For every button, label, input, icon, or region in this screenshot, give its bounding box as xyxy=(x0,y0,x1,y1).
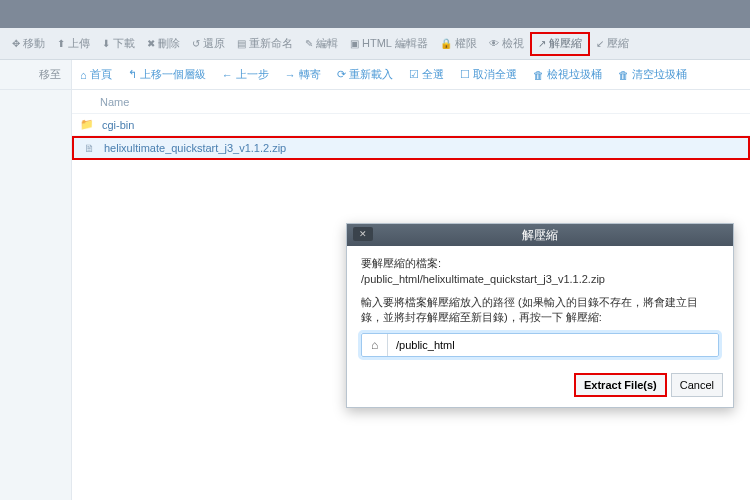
download-button[interactable]: ⬇下載 xyxy=(96,32,141,56)
close-icon[interactable]: ✕ xyxy=(353,227,373,241)
instruction-text: 輸入要將檔案解壓縮放入的路徑 (如果輸入的目錄不存在，將會建立目錄，並將封存解壓… xyxy=(361,295,719,325)
compress-icon: ↙ xyxy=(596,38,604,49)
window-titlebar xyxy=(0,0,750,28)
extract-icon: ↗ xyxy=(538,38,546,49)
restore-icon: ↺ xyxy=(192,38,200,49)
dialog-titlebar[interactable]: ✕ 解壓縮 xyxy=(347,224,733,246)
label: 權限 xyxy=(455,36,477,51)
forward-icon: → xyxy=(285,69,296,81)
move-icon: ✥ xyxy=(12,38,20,49)
eye-icon: 👁 xyxy=(489,38,499,49)
sidebar xyxy=(0,90,72,500)
label: HTML 編輯器 xyxy=(362,36,428,51)
forward-link[interactable]: →轉寄 xyxy=(277,60,329,89)
extract-button[interactable]: ↗解壓縮 xyxy=(530,32,590,56)
compress-button[interactable]: ↙壓縮 xyxy=(590,32,635,56)
up-level-link[interactable]: ↰上移一個層級 xyxy=(120,60,214,89)
download-icon: ⬇ xyxy=(102,38,110,49)
permissions-button[interactable]: 🔒權限 xyxy=(434,32,483,56)
lock-icon: 🔒 xyxy=(440,38,452,49)
label: 檢視 xyxy=(502,36,524,51)
label: 清空垃圾桶 xyxy=(632,67,687,82)
file-icon: 🗎 xyxy=(82,142,96,154)
view-button[interactable]: 👁檢視 xyxy=(483,32,530,56)
column-header-name[interactable]: Name xyxy=(72,90,750,114)
path-input-group: ⌂ xyxy=(361,333,719,357)
label: 壓縮 xyxy=(607,36,629,51)
select-all-link[interactable]: ☑全選 xyxy=(401,60,452,89)
upload-icon: ⬆ xyxy=(57,38,65,49)
home-link[interactable]: ⌂首頁 xyxy=(72,60,120,89)
label: 上傳 xyxy=(68,36,90,51)
rename-button[interactable]: ▤重新命名 xyxy=(231,32,299,56)
label: 首頁 xyxy=(90,67,112,82)
view-trash-link[interactable]: 🗑檢視垃圾桶 xyxy=(525,60,610,89)
reload-link[interactable]: ⟳重新載入 xyxy=(329,60,401,89)
extract-dialog: ✕ 解壓縮 要解壓縮的檔案: /public_html/helixultimat… xyxy=(346,223,734,408)
check-icon: ☑ xyxy=(409,68,419,81)
restore-button[interactable]: ↺還原 xyxy=(186,32,231,56)
label: 檢視垃圾桶 xyxy=(547,67,602,82)
table-row[interactable]: 📁 cgi-bin xyxy=(72,114,750,136)
folder-icon: 📁 xyxy=(80,118,94,131)
empty-trash-link[interactable]: 🗑清空垃圾桶 xyxy=(610,60,695,89)
home-icon: ⌂ xyxy=(80,69,87,81)
back-icon: ← xyxy=(222,69,233,81)
rename-icon: ▤ xyxy=(237,38,246,49)
trash-icon: 🗑 xyxy=(618,69,629,81)
file-name: helixultimate_quickstart_j3_v1.1.2.zip xyxy=(104,142,286,154)
label: 重新命名 xyxy=(249,36,293,51)
html-editor-button[interactable]: ▣HTML 編輯器 xyxy=(344,32,434,56)
reload-icon: ⟳ xyxy=(337,68,346,81)
label: 上移一個層級 xyxy=(140,67,206,82)
edit-icon: ✎ xyxy=(305,38,313,49)
file-path: /public_html/helixultimate_quickstart_j3… xyxy=(361,273,719,285)
upload-button[interactable]: ⬆上傳 xyxy=(51,32,96,56)
delete-icon: ✖ xyxy=(147,38,155,49)
prompt-line: 要解壓縮的檔案: xyxy=(361,256,719,271)
edit-button[interactable]: ✎編輯 xyxy=(299,32,344,56)
home-icon[interactable]: ⌂ xyxy=(362,334,388,356)
move-button[interactable]: ✥移動 xyxy=(6,32,51,56)
file-name: cgi-bin xyxy=(102,119,134,131)
label: 重新載入 xyxy=(349,67,393,82)
html-icon: ▣ xyxy=(350,38,359,49)
label: 解壓縮 xyxy=(549,36,582,51)
label: 移動 xyxy=(23,36,45,51)
label: 取消全選 xyxy=(473,67,517,82)
label: 下載 xyxy=(113,36,135,51)
path-input[interactable] xyxy=(388,335,718,355)
label: 轉寄 xyxy=(299,67,321,82)
trash-icon: 🗑 xyxy=(533,69,544,81)
moveto-label: 移至 xyxy=(0,60,72,89)
label: 刪除 xyxy=(158,36,180,51)
delete-button[interactable]: ✖刪除 xyxy=(141,32,186,56)
main-toolbar: ✥移動 ⬆上傳 ⬇下載 ✖刪除 ↺還原 ▤重新命名 ✎編輯 ▣HTML 編輯器 … xyxy=(0,28,750,60)
label: 全選 xyxy=(422,67,444,82)
label: 編輯 xyxy=(316,36,338,51)
table-row[interactable]: 🗎 helixultimate_quickstart_j3_v1.1.2.zip xyxy=(72,136,750,160)
dialog-footer: Extract File(s) Cancel xyxy=(347,367,733,407)
deselect-all-link[interactable]: ☐取消全選 xyxy=(452,60,525,89)
back-link[interactable]: ←上一步 xyxy=(214,60,277,89)
navigation-bar: 移至 ⌂首頁 ↰上移一個層級 ←上一步 →轉寄 ⟳重新載入 ☑全選 ☐取消全選 … xyxy=(0,60,750,90)
up-icon: ↰ xyxy=(128,68,137,81)
uncheck-icon: ☐ xyxy=(460,68,470,81)
label: 上一步 xyxy=(236,67,269,82)
dialog-title: 解壓縮 xyxy=(522,227,558,244)
extract-files-button[interactable]: Extract File(s) xyxy=(574,373,667,397)
label: 還原 xyxy=(203,36,225,51)
dialog-body: 要解壓縮的檔案: /public_html/helixultimate_quic… xyxy=(347,246,733,367)
cancel-button[interactable]: Cancel xyxy=(671,373,723,397)
